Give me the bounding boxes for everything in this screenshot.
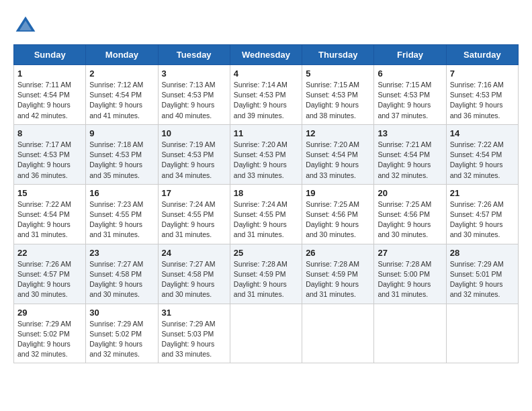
day-info: Sunrise: 7:11 AMSunset: 4:54 PMDaylight:… [17,81,71,120]
day-info: Sunrise: 7:14 AMSunset: 4:53 PMDaylight:… [234,81,287,120]
empty-cell [446,304,518,363]
day-info: Sunrise: 7:26 AMSunset: 4:57 PMDaylight:… [17,260,71,299]
calendar-day-cell: 6 Sunrise: 7:15 AMSunset: 4:53 PMDayligh… [374,65,446,125]
calendar-day-cell: 4 Sunrise: 7:14 AMSunset: 4:53 PMDayligh… [230,65,302,125]
day-info: Sunrise: 7:18 AMSunset: 4:53 PMDaylight:… [89,140,143,179]
calendar-day-cell: 23 Sunrise: 7:27 AMSunset: 4:58 PMDaylig… [86,244,158,304]
calendar-day-cell: 5 Sunrise: 7:15 AMSunset: 4:53 PMDayligh… [302,65,374,125]
calendar-day-cell: 1 Sunrise: 7:11 AMSunset: 4:54 PMDayligh… [14,65,86,125]
day-info: Sunrise: 7:27 AMSunset: 4:58 PMDaylight:… [89,260,143,299]
day-info: Sunrise: 7:24 AMSunset: 4:55 PMDaylight:… [162,200,216,239]
day-number: 4 [234,68,298,79]
day-number: 28 [450,248,515,258]
day-info: Sunrise: 7:28 AMSunset: 4:59 PMDaylight:… [234,260,287,299]
day-info: Sunrise: 7:23 AMSunset: 4:55 PMDaylight:… [89,200,143,239]
day-info: Sunrise: 7:26 AMSunset: 4:57 PMDaylight:… [450,200,504,239]
calendar-day-cell: 12 Sunrise: 7:20 AMSunset: 4:54 PMDaylig… [302,124,374,184]
day-number: 23 [89,248,154,258]
calendar-day-cell: 11 Sunrise: 7:20 AMSunset: 4:53 PMDaylig… [230,124,302,184]
day-info: Sunrise: 7:29 AMSunset: 5:02 PMDaylight:… [89,320,143,359]
day-info: Sunrise: 7:17 AMSunset: 4:53 PMDaylight:… [17,140,71,179]
day-number: 10 [162,128,226,138]
calendar-week-row: 1 Sunrise: 7:11 AMSunset: 4:54 PMDayligh… [14,65,519,125]
day-number: 11 [234,128,298,138]
day-number: 5 [306,68,370,79]
day-info: Sunrise: 7:29 AMSunset: 5:03 PMDaylight:… [162,320,216,359]
empty-cell [302,304,374,363]
calendar-day-cell: 16 Sunrise: 7:23 AMSunset: 4:55 PMDaylig… [86,184,158,244]
day-number: 31 [162,308,226,318]
header-wednesday: Wednesday [230,45,302,65]
day-info: Sunrise: 7:21 AMSunset: 4:54 PMDaylight:… [378,140,431,179]
calendar-day-cell: 10 Sunrise: 7:19 AMSunset: 4:53 PMDaylig… [158,124,230,184]
day-number: 18 [234,188,298,198]
day-info: Sunrise: 7:29 AMSunset: 5:02 PMDaylight:… [17,320,71,359]
calendar-day-cell: 24 Sunrise: 7:27 AMSunset: 4:58 PMDaylig… [158,244,230,304]
empty-cell [374,304,446,363]
calendar-header-row: SundayMondayTuesdayWednesdayThursdayFrid… [14,45,519,65]
day-info: Sunrise: 7:15 AMSunset: 4:53 PMDaylight:… [306,81,359,120]
day-number: 29 [17,308,82,318]
day-number: 3 [162,68,226,79]
page-header [13,13,519,38]
day-info: Sunrise: 7:22 AMSunset: 4:54 PMDaylight:… [17,200,71,239]
calendar-day-cell: 21 Sunrise: 7:26 AMSunset: 4:57 PMDaylig… [446,184,518,244]
day-info: Sunrise: 7:15 AMSunset: 4:53 PMDaylight:… [378,81,431,120]
calendar-day-cell: 7 Sunrise: 7:16 AMSunset: 4:53 PMDayligh… [446,65,518,125]
day-info: Sunrise: 7:28 AMSunset: 4:59 PMDaylight:… [306,260,359,299]
calendar-day-cell: 31 Sunrise: 7:29 AMSunset: 5:03 PMDaylig… [158,304,230,363]
calendar-week-row: 8 Sunrise: 7:17 AMSunset: 4:53 PMDayligh… [14,124,519,184]
calendar-day-cell: 13 Sunrise: 7:21 AMSunset: 4:54 PMDaylig… [374,124,446,184]
day-info: Sunrise: 7:22 AMSunset: 4:54 PMDaylight:… [450,140,504,179]
day-info: Sunrise: 7:20 AMSunset: 4:53 PMDaylight:… [234,140,287,179]
logo-icon [13,13,38,38]
calendar-day-cell: 28 Sunrise: 7:29 AMSunset: 5:01 PMDaylig… [446,244,518,304]
header-friday: Friday [374,45,446,65]
empty-cell [230,304,302,363]
day-number: 13 [378,128,442,138]
calendar-day-cell: 29 Sunrise: 7:29 AMSunset: 5:02 PMDaylig… [14,304,86,363]
calendar-week-row: 29 Sunrise: 7:29 AMSunset: 5:02 PMDaylig… [14,304,519,363]
day-number: 8 [17,128,82,138]
calendar-day-cell: 2 Sunrise: 7:12 AMSunset: 4:54 PMDayligh… [86,65,158,125]
day-info: Sunrise: 7:16 AMSunset: 4:53 PMDaylight:… [450,81,504,120]
calendar-day-cell: 25 Sunrise: 7:28 AMSunset: 4:59 PMDaylig… [230,244,302,304]
day-info: Sunrise: 7:20 AMSunset: 4:54 PMDaylight:… [306,140,359,179]
day-info: Sunrise: 7:28 AMSunset: 5:00 PMDaylight:… [378,260,431,299]
day-info: Sunrise: 7:13 AMSunset: 4:53 PMDaylight:… [162,81,216,120]
header-saturday: Saturday [446,45,518,65]
day-info: Sunrise: 7:19 AMSunset: 4:53 PMDaylight:… [162,140,216,179]
day-info: Sunrise: 7:29 AMSunset: 5:01 PMDaylight:… [450,260,504,299]
calendar-day-cell: 14 Sunrise: 7:22 AMSunset: 4:54 PMDaylig… [446,124,518,184]
day-number: 26 [306,248,370,258]
day-info: Sunrise: 7:25 AMSunset: 4:56 PMDaylight:… [306,200,359,239]
day-number: 15 [17,188,82,198]
header-tuesday: Tuesday [158,45,230,65]
day-info: Sunrise: 7:24 AMSunset: 4:55 PMDaylight:… [234,200,287,239]
header-thursday: Thursday [302,45,374,65]
day-number: 21 [450,188,515,198]
day-number: 9 [89,128,154,138]
day-number: 1 [17,68,82,79]
calendar-day-cell: 3 Sunrise: 7:13 AMSunset: 4:53 PMDayligh… [158,65,230,125]
header-sunday: Sunday [14,45,86,65]
day-number: 14 [450,128,515,138]
day-number: 27 [378,248,442,258]
day-number: 6 [378,68,442,79]
calendar-day-cell: 18 Sunrise: 7:24 AMSunset: 4:55 PMDaylig… [230,184,302,244]
day-number: 17 [162,188,226,198]
calendar-week-row: 15 Sunrise: 7:22 AMSunset: 4:54 PMDaylig… [14,184,519,244]
calendar-day-cell: 19 Sunrise: 7:25 AMSunset: 4:56 PMDaylig… [302,184,374,244]
day-number: 7 [450,68,515,79]
day-number: 2 [89,68,154,79]
calendar-day-cell: 9 Sunrise: 7:18 AMSunset: 4:53 PMDayligh… [86,124,158,184]
day-number: 30 [89,308,154,318]
day-number: 20 [378,188,442,198]
day-number: 16 [89,188,154,198]
day-number: 24 [162,248,226,258]
day-info: Sunrise: 7:25 AMSunset: 4:56 PMDaylight:… [378,200,431,239]
calendar-week-row: 22 Sunrise: 7:26 AMSunset: 4:57 PMDaylig… [14,244,519,304]
calendar-day-cell: 30 Sunrise: 7:29 AMSunset: 5:02 PMDaylig… [86,304,158,363]
calendar-day-cell: 15 Sunrise: 7:22 AMSunset: 4:54 PMDaylig… [14,184,86,244]
header-monday: Monday [86,45,158,65]
